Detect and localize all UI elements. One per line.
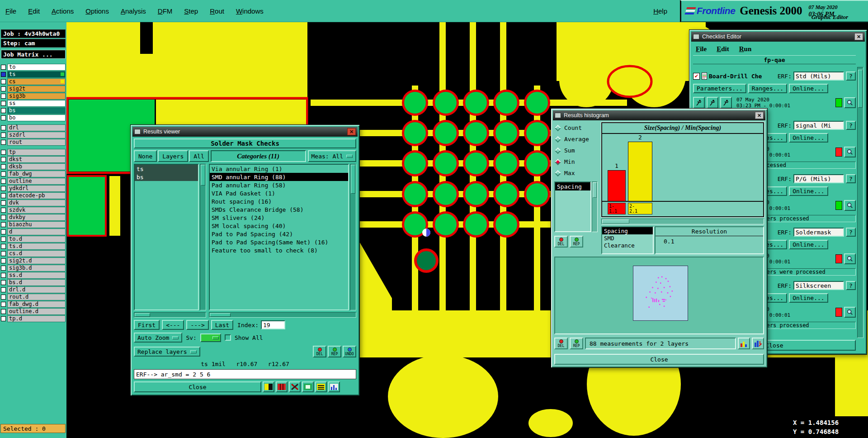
layer-name[interactable]: cs: [7, 78, 66, 85]
layer-name[interactable]: tp.d: [7, 315, 66, 322]
layer-name[interactable]: szdrl: [7, 132, 66, 138]
layer-checkbox[interactable]: [1, 133, 6, 138]
layer-checkbox[interactable]: [1, 200, 6, 205]
window-menu-icon[interactable]: [693, 34, 699, 39]
magnifier-button[interactable]: [844, 200, 856, 211]
menu-step[interactable]: Step: [184, 7, 198, 15]
close-button[interactable]: Close: [134, 381, 261, 392]
window-menu-icon[interactable]: [555, 113, 561, 118]
prev-button[interactable]: <---: [162, 320, 184, 330]
checklist-titlebar[interactable]: Checklist Editor ✕: [691, 32, 865, 42]
layer-checkbox[interactable]: [1, 94, 6, 99]
stat-count[interactable]: Count: [554, 122, 598, 133]
layer-checkbox[interactable]: [1, 258, 6, 263]
help-button[interactable]: ?: [846, 228, 856, 237]
close-button[interactable]: Close: [554, 354, 764, 365]
filter-layers-button[interactable]: Layers: [158, 150, 188, 162]
layer-checkbox[interactable]: [1, 108, 6, 113]
erf-value-field[interactable]: Soldermask: [793, 228, 844, 237]
measure-scrollbar[interactable]: [592, 181, 598, 232]
layer-name[interactable]: bs: [7, 107, 66, 114]
magnifier-button[interactable]: [844, 307, 856, 318]
layer-name[interactable]: sig3b.d: [7, 265, 66, 271]
layer-name[interactable]: d: [7, 229, 66, 235]
layer-checkbox[interactable]: [1, 302, 6, 307]
layer-name[interactable]: dkst: [7, 156, 66, 163]
checklist-menu-edit[interactable]: Edit: [717, 45, 729, 53]
menu-actions[interactable]: Actions: [52, 7, 74, 15]
magnifier-button[interactable]: [844, 147, 856, 157]
histogram-icon[interactable]: [328, 381, 340, 392]
layer-checkbox[interactable]: [1, 186, 6, 191]
layer-name[interactable]: ss.d: [7, 272, 66, 279]
histogram-titlebar[interactable]: Results histogram ✕: [553, 110, 765, 120]
scroll-thumb[interactable]: [201, 165, 205, 186]
layer-name[interactable]: sig2t: [7, 86, 66, 92]
help-button[interactable]: ?: [846, 121, 856, 130]
repair-measure-button[interactable]: REP: [570, 338, 583, 349]
help-button[interactable]: ?: [846, 71, 856, 81]
categories-hscrollbar[interactable]: [209, 312, 356, 318]
help-button[interactable]: ?: [846, 281, 856, 290]
layer-name[interactable]: ts: [7, 71, 66, 78]
category-item[interactable]: Pad to Pad Spacing (42): [210, 230, 348, 238]
scroll-thumb[interactable]: [593, 182, 597, 198]
category-item[interactable]: SM slivers (24): [210, 214, 348, 222]
mini-histogram-icon[interactable]: [738, 338, 750, 349]
layer-name[interactable]: to.d: [7, 236, 66, 243]
notes-icon[interactable]: [302, 381, 314, 392]
layer-name[interactable]: biaozhu: [7, 221, 66, 228]
menu-analysis[interactable]: Analysis: [121, 7, 146, 15]
layer-checkbox[interactable]: [1, 229, 6, 234]
scroll-thumb[interactable]: [602, 219, 629, 224]
erf-value-field[interactable]: P/G (Mils): [793, 174, 844, 183]
measurement-map[interactable]: [633, 266, 688, 321]
category-item[interactable]: SMD annular Ring (88): [210, 173, 348, 181]
layer-checkbox[interactable]: [1, 251, 6, 256]
layer-name[interactable]: tp: [7, 149, 66, 156]
menu-rout[interactable]: Rout: [210, 7, 224, 15]
swap-layers-icon[interactable]: [263, 381, 274, 392]
layer-checkbox[interactable]: [1, 125, 6, 130]
menu-options[interactable]: Options: [85, 7, 109, 15]
menu-edit[interactable]: Edit: [28, 7, 40, 15]
scroll-thumb[interactable]: [210, 313, 231, 317]
resolution-value[interactable]: 0.1: [656, 236, 763, 245]
layer-name[interactable]: ts.d: [7, 243, 66, 250]
layer-checkbox[interactable]: [1, 237, 6, 242]
layer-name[interactable]: outline.d: [7, 308, 66, 315]
menu-windows[interactable]: Windows: [236, 7, 264, 15]
layer-checkbox[interactable]: [1, 244, 6, 249]
show-all-checkbox[interactable]: [225, 334, 231, 341]
layer-name[interactable]: dvk: [7, 200, 66, 206]
layer-checkbox[interactable]: [1, 101, 6, 106]
layer-checkbox[interactable]: [1, 157, 6, 162]
checklist-menu-run[interactable]: Run: [739, 45, 752, 53]
layer-name[interactable]: sig3b: [7, 93, 66, 100]
window-menu-icon[interactable]: [134, 129, 141, 134]
menu-help[interactable]: Help: [653, 7, 667, 15]
delete-measure-icon[interactable]: [289, 381, 301, 392]
layer-name[interactable]: szdvk: [7, 207, 66, 214]
categories-scrollbar[interactable]: [350, 164, 356, 310]
filter-all-button[interactable]: All: [189, 150, 208, 162]
layer-checkbox[interactable]: [1, 150, 6, 155]
run-action-icon-button[interactable]: [720, 97, 732, 109]
help-button[interactable]: ?: [846, 174, 856, 183]
erf-value-field[interactable]: signal (Mi: [793, 121, 844, 130]
meas-dropdown[interactable]: Meas: All: [308, 150, 356, 162]
repair-measure-button[interactable]: REP: [328, 346, 341, 357]
layer-name[interactable]: fab_dwg: [7, 171, 66, 177]
last-button[interactable]: Last: [211, 320, 233, 330]
magnifier-button[interactable]: [844, 97, 856, 108]
online-button[interactable]: Online...: [789, 240, 828, 249]
close-icon[interactable]: ✕: [854, 33, 863, 40]
layer-checkbox[interactable]: [1, 215, 6, 220]
erf-value-field[interactable]: Silkscreen: [793, 281, 844, 290]
category-item[interactable]: Pad to Pad Spacing(Same Net) (16): [210, 238, 348, 246]
magnifier-button[interactable]: [844, 253, 856, 264]
online-button[interactable]: Online...: [789, 186, 828, 196]
layer-name[interactable]: sig2t.d: [7, 257, 66, 264]
layer-item-ts[interactable]: ts: [135, 165, 198, 173]
checklist-menu-file[interactable]: File: [696, 45, 707, 53]
